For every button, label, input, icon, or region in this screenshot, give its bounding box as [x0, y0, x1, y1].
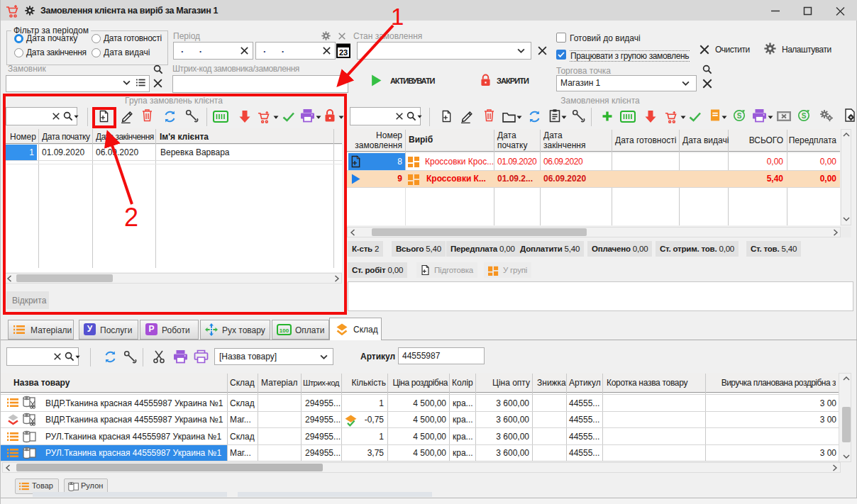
svg-text:100: 100 — [280, 327, 289, 334]
